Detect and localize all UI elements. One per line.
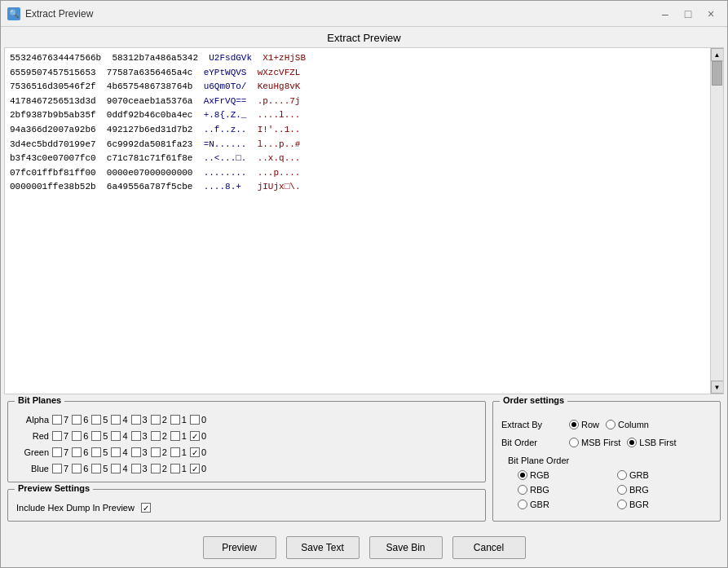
extract-by-column-option[interactable]: Column	[606, 420, 649, 429]
bgr-radio[interactable]	[617, 500, 627, 509]
blue-cb-0[interactable]	[190, 464, 200, 473]
alpha-bit-0[interactable]: 0	[190, 415, 206, 425]
extract-by-row-radio[interactable]	[569, 420, 579, 429]
hex-dump-checkbox[interactable]	[141, 503, 151, 513]
msb-first-option[interactable]: MSB First	[569, 438, 620, 447]
red-bit-0[interactable]: 0	[190, 431, 206, 441]
green-cb-3[interactable]	[131, 447, 141, 457]
red-bit-6[interactable]: 6	[72, 431, 88, 441]
green-bit-6[interactable]: 6	[72, 447, 88, 457]
red-bit-3[interactable]: 3	[131, 431, 148, 441]
minimize-button[interactable]: –	[655, 6, 675, 22]
red-cb-5[interactable]	[91, 431, 101, 441]
green-cb-6[interactable]	[72, 447, 82, 457]
green-cb-0[interactable]	[190, 447, 200, 457]
alpha-cb-5[interactable]	[91, 415, 101, 425]
blue-cb-4[interactable]	[111, 464, 121, 473]
alpha-bit-1[interactable]: 1	[170, 415, 187, 425]
alpha-bit-3[interactable]: 3	[131, 415, 148, 425]
rgb-option[interactable]: RGB	[518, 470, 612, 480]
green-bit-0[interactable]: 0	[190, 447, 206, 457]
gbr-option[interactable]: GBR	[518, 500, 612, 509]
save-text-button[interactable]: Save Text	[286, 536, 360, 559]
red-bit-5[interactable]: 5	[91, 431, 108, 441]
lsb-first-radio[interactable]	[627, 438, 637, 447]
alpha-bit-2[interactable]: 2	[151, 415, 167, 425]
blue-cb-6[interactable]	[72, 464, 82, 473]
rgb-radio[interactable]	[518, 470, 527, 480]
alpha-cb-6[interactable]	[72, 415, 82, 425]
red-cb-7[interactable]	[52, 431, 62, 441]
alpha-bit-4[interactable]: 4	[111, 415, 127, 425]
alpha-cb-3[interactable]	[131, 415, 141, 425]
cancel-button[interactable]: Cancel	[452, 536, 526, 559]
blue-bit-0[interactable]: 0	[190, 464, 206, 473]
red-cb-3[interactable]	[131, 431, 141, 441]
green-bit-5[interactable]: 5	[91, 447, 108, 457]
alpha-bit-6[interactable]: 6	[72, 415, 88, 425]
maximize-button[interactable]: □	[678, 6, 698, 22]
blue-cb-5[interactable]	[91, 464, 101, 473]
titlebar-controls: – □ ×	[655, 6, 721, 22]
blue-bit-2[interactable]: 2	[151, 464, 167, 473]
red-cb-6[interactable]	[72, 431, 82, 441]
green-bit-7[interactable]: 7	[52, 447, 68, 457]
preview-button[interactable]: Preview	[203, 536, 276, 559]
red-bit-2[interactable]: 2	[151, 431, 167, 441]
green-bit-4[interactable]: 4	[111, 447, 127, 457]
scroll-thumb[interactable]	[712, 61, 722, 86]
green-cb-1[interactable]	[170, 447, 180, 457]
red-cb-1[interactable]	[170, 431, 180, 441]
red-cb-2[interactable]	[151, 431, 161, 441]
alpha-cb-7[interactable]	[52, 415, 62, 425]
blue-bit-1[interactable]: 1	[170, 464, 187, 473]
green-cb-7[interactable]	[52, 447, 62, 457]
rbg-option[interactable]: RBG	[518, 485, 612, 495]
brg-radio[interactable]	[617, 485, 627, 495]
app-icon: 🔍	[7, 7, 20, 20]
extract-by-row-option[interactable]: Row	[569, 420, 599, 429]
scroll-down-button[interactable]: ▼	[711, 381, 724, 394]
blue-bit-4[interactable]: 4	[111, 464, 127, 473]
alpha-cb-1[interactable]	[170, 415, 180, 425]
green-bit-2[interactable]: 2	[151, 447, 167, 457]
extract-by-column-radio[interactable]	[606, 420, 615, 429]
blue-row: Blue 7 6 5 4 3 2 1 0	[16, 464, 477, 473]
save-bin-button[interactable]: Save Bin	[369, 536, 443, 559]
rbg-radio[interactable]	[518, 485, 527, 495]
alpha-bit-7[interactable]: 7	[52, 415, 68, 425]
alpha-cb-2[interactable]	[151, 415, 161, 425]
grb-option[interactable]: GRB	[617, 470, 712, 480]
blue-bit-7[interactable]: 7	[52, 464, 68, 473]
green-bit-1[interactable]: 1	[170, 447, 187, 457]
blue-bit-3[interactable]: 3	[131, 464, 148, 473]
bgr-option[interactable]: BGR	[617, 500, 712, 509]
red-cb-4[interactable]	[111, 431, 121, 441]
alpha-cb-4[interactable]	[111, 415, 121, 425]
green-cb-2[interactable]	[151, 447, 161, 457]
red-bit-7[interactable]: 7	[52, 431, 68, 441]
blue-bit-5[interactable]: 5	[91, 464, 108, 473]
blue-bit-6[interactable]: 6	[72, 464, 88, 473]
vertical-scrollbar[interactable]: ▲ ▼	[710, 48, 723, 394]
blue-cb-3[interactable]	[131, 464, 141, 473]
blue-cb-7[interactable]	[52, 464, 62, 473]
msb-first-radio[interactable]	[569, 438, 579, 447]
grb-radio[interactable]	[617, 470, 627, 480]
red-cb-0[interactable]	[190, 431, 200, 441]
scroll-track[interactable]	[711, 61, 723, 381]
green-cb-5[interactable]	[91, 447, 101, 457]
red-bit-1[interactable]: 1	[170, 431, 187, 441]
alpha-bit-5[interactable]: 5	[91, 415, 108, 425]
green-bit-3[interactable]: 3	[131, 447, 148, 457]
alpha-cb-0[interactable]	[190, 415, 200, 425]
gbr-radio[interactable]	[518, 500, 527, 509]
blue-cb-2[interactable]	[151, 464, 161, 473]
red-bit-4[interactable]: 4	[111, 431, 127, 441]
green-cb-4[interactable]	[111, 447, 121, 457]
scroll-up-button[interactable]: ▲	[711, 48, 724, 61]
close-button[interactable]: ×	[701, 6, 721, 22]
brg-option[interactable]: BRG	[617, 485, 712, 495]
blue-cb-1[interactable]	[170, 464, 180, 473]
lsb-first-option[interactable]: LSB First	[627, 438, 676, 447]
